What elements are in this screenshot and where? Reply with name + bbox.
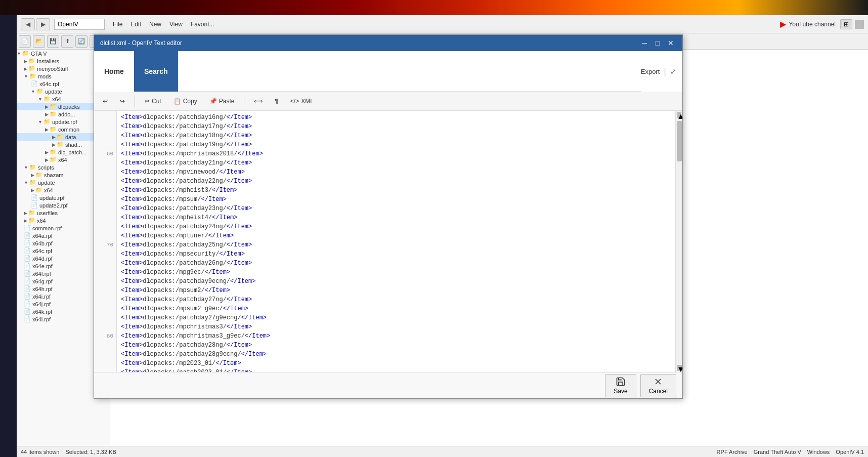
editor-scrollbar[interactable]: ▲ ▼	[675, 111, 682, 372]
line-num: 60	[94, 149, 113, 158]
paste-icon: 📌	[209, 98, 217, 105]
line-num	[94, 158, 113, 168]
menu-view[interactable]: View	[165, 20, 187, 29]
code-line: <Item>dlcpacks:/mpsum2/</Item>	[121, 286, 671, 295]
scroll-thumb[interactable]	[677, 121, 682, 161]
sidebar-label-common: common	[58, 127, 79, 133]
status-bar: 44 items shown Selected: 1, 3.32 KB RPF …	[17, 446, 868, 457]
sidebar-label-commonrpf: common.rpf	[32, 225, 62, 231]
line-num	[94, 168, 113, 177]
scroll-up-arrow[interactable]: ▲	[677, 112, 681, 118]
code-line: <Item>dlcpacks:/mptuner/</Item>	[121, 231, 671, 240]
redo-btn[interactable]: ↪	[115, 96, 129, 107]
status-selected: Selected: 1, 3.32 KB	[65, 449, 116, 455]
editor-ribbon: Home Search Export | ⤢	[94, 51, 682, 92]
code-editor-area[interactable]: <Item>dlcpacks:/patchday16ng/</Item> <It…	[117, 111, 675, 372]
sidebar-label-x64-2: x64	[58, 157, 67, 163]
code-line: <Item>dlcpacks:/mpsum/</Item>	[121, 195, 671, 204]
sidebar-label-updaterpf2: update.rpf	[39, 195, 65, 201]
line-num: 70	[94, 240, 113, 250]
tab-home[interactable]: Home	[94, 51, 134, 92]
code-line: <Item>dlcpacks:/mpsecurity/</Item>	[121, 250, 671, 259]
code-line: <Item>dlcpacks:/patchday18ng/</Item>	[121, 131, 671, 140]
code-line: <Item>dlcpacks:/mpheist4/</Item>	[121, 213, 671, 222]
open-btn[interactable]: 📂	[33, 35, 45, 48]
sidebar-label-x64h: x64h.rpf	[32, 286, 53, 292]
sidebar-label-dlcpacks: dlcpacks	[58, 104, 80, 110]
pilcrow-btn[interactable]: ¶	[270, 96, 282, 107]
ribbon-content-area	[178, 51, 641, 92]
sidebar-label-x64f: x64f.rpf	[32, 271, 51, 277]
view-toggle-btn[interactable]: ⊞	[840, 19, 852, 29]
sidebar-label-x64k: x64k.rpf	[32, 309, 52, 315]
copy-btn[interactable]: 📋 Copy	[169, 96, 202, 107]
sidebar-label-x64j: x64j.rpf	[32, 301, 51, 307]
menu-new[interactable]: New	[145, 20, 165, 29]
menu-file[interactable]: File	[109, 20, 126, 29]
cancel-button[interactable]: Cancel	[640, 374, 676, 397]
extract-btn[interactable]: ⬆	[61, 35, 73, 48]
code-line: <Item>dlcpacks:/mpsum2_g9ec/</Item>	[121, 304, 671, 313]
editor-footer: Save Cancel	[94, 372, 682, 398]
expand-icon[interactable]: ⤢	[670, 67, 676, 75]
editor-maximize-btn[interactable]: □	[652, 37, 663, 49]
editor-titlebar: dlclist.xml - OpenIV Text editor ─ □ ✕	[94, 35, 682, 51]
code-line: <Item>dlcpacks:/patch2023_01/</Item>	[121, 368, 671, 372]
sidebar-label-update1: update	[45, 89, 62, 95]
line-num: 80	[94, 331, 113, 341]
youtube-channel-label[interactable]: YouTube channel	[789, 21, 836, 28]
menu-bar: File Edit New View Favorit...	[109, 20, 219, 29]
sidebar-label-scripts: scripts	[38, 164, 54, 171]
list-view-btn[interactable]	[855, 20, 864, 29]
xml-btn[interactable]: </> XML	[286, 96, 318, 107]
line-num	[94, 213, 113, 222]
line-num	[94, 177, 113, 186]
cancel-label: Cancel	[649, 388, 668, 395]
back-button[interactable]: ◀	[21, 18, 35, 30]
save-button[interactable]: Save	[605, 374, 636, 397]
save-toolbar-btn[interactable]: 💾	[47, 35, 59, 48]
status-right: RPF Archive Grand Theft Auto V Windows O…	[717, 449, 864, 455]
code-line: <Item>dlcpacks:/patchday26ng/</Item>	[121, 259, 671, 268]
menu-favorites[interactable]: Favorit...	[187, 20, 219, 29]
menu-edit[interactable]: Edit	[126, 20, 145, 29]
editor-close-btn[interactable]: ✕	[665, 37, 676, 49]
paste-btn[interactable]: 📌 Paste	[205, 96, 239, 107]
sidebar-label-gtav: GTA V	[31, 51, 47, 57]
copy-icon: 📋	[173, 98, 181, 105]
address-bar[interactable]	[54, 19, 105, 30]
sidebar-label-x64-3: x64	[44, 187, 53, 193]
code-line: <Item>dlcpacks:/patchday19ng/</Item>	[121, 140, 671, 149]
sidebar-label-x64d: x64d.rpf	[32, 256, 53, 262]
replace-btn[interactable]: 🔄	[75, 35, 88, 48]
export-label[interactable]: Export	[641, 68, 660, 75]
sidebar-label-dlcpatch: dlc_patch...	[58, 149, 86, 155]
code-line: <Item>dlcpacks:/mpg9ec/</Item>	[121, 268, 671, 277]
sidebar-label-x64c: x64c.rpf	[39, 81, 59, 87]
sidebar-label-x64i: x64i.rpf	[32, 294, 51, 300]
code-line: <Item>dlcpacks:/patchday27ng/</Item>	[121, 295, 671, 304]
forward-button[interactable]: ▶	[36, 18, 50, 30]
format-icon: ⟺	[254, 98, 263, 105]
format-btn[interactable]: ⟺	[249, 96, 267, 107]
line-num	[94, 286, 113, 295]
editor-minimize-btn[interactable]: ─	[639, 37, 650, 49]
titlebar-controls: ─ □ ✕	[639, 37, 676, 49]
tab-search[interactable]: Search	[134, 51, 178, 92]
cut-btn[interactable]: ✂ Cut	[140, 96, 166, 107]
sidebar-label-mods: mods	[38, 73, 52, 79]
sidebar-label-shazam: shazam	[44, 172, 64, 178]
sidebar-label-data: data	[65, 134, 76, 140]
sidebar-label-x64-1: x64	[52, 96, 61, 102]
editor-toolbar: ↩ ↪ ✂ Cut 📋 Copy 📌 Paste ⟺ ¶ </> XML	[94, 92, 682, 111]
status-openiv: OpenIV 4.1	[836, 449, 864, 455]
line-num	[94, 295, 113, 304]
sidebar-label-shad: shad...	[65, 142, 82, 148]
toolbar-sep-1	[135, 95, 135, 107]
scroll-down-arrow[interactable]: ▼	[677, 365, 682, 371]
code-line: <Item>dlcpacks:/patchday17ng/</Item>	[121, 122, 671, 131]
undo-btn[interactable]: ↩	[98, 96, 112, 107]
undo-icon: ↩	[103, 98, 108, 105]
sidebar-label-x64b: x64b.rpf	[32, 240, 53, 246]
new-file-btn[interactable]: 📄	[19, 35, 31, 48]
